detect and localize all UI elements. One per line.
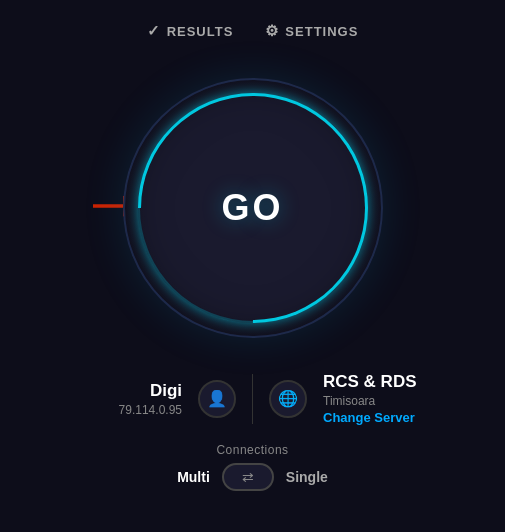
server-icon-circle: 🌐 [269,380,307,418]
server-info-right: RCS & RDS Timisoara Change Server [323,372,445,425]
connections-toggle-switch[interactable]: ⇄ [222,463,274,491]
connections-label: Connections [216,443,288,457]
globe-icon: 🌐 [278,389,298,408]
user-info-left: Digi 79.114.0.95 [60,381,182,417]
connections-toggle: Multi ⇄ Single [177,463,328,491]
multi-option[interactable]: Multi [177,469,210,485]
user-icon-circle: 👤 [198,380,236,418]
info-divider [252,374,253,424]
single-option[interactable]: Single [286,469,328,485]
settings-gear-icon: ⚙ [265,22,279,40]
server-location: Timisoara [323,394,375,408]
toggle-arrows-icon: ⇄ [242,469,254,485]
top-nav: ✓ RESULTS ⚙ SETTINGS [147,22,359,40]
results-nav-item[interactable]: ✓ RESULTS [147,22,234,40]
go-button[interactable]: GO [221,187,283,229]
results-check-icon: ✓ [147,22,161,40]
settings-label: SETTINGS [285,24,358,39]
user-ip: 79.114.0.95 [119,403,182,417]
results-label: RESULTS [167,24,234,39]
change-server-link[interactable]: Change Server [323,410,415,425]
settings-nav-item[interactable]: ⚙ SETTINGS [265,22,358,40]
user-person-icon: 👤 [207,389,227,408]
connections-section: Connections Multi ⇄ Single [177,443,328,491]
info-row: Digi 79.114.0.95 👤 🌐 RCS & RDS Timisoara… [0,372,505,425]
user-name: Digi [150,381,182,401]
server-name: RCS & RDS [323,372,417,392]
speed-gauge: GO [113,68,393,348]
